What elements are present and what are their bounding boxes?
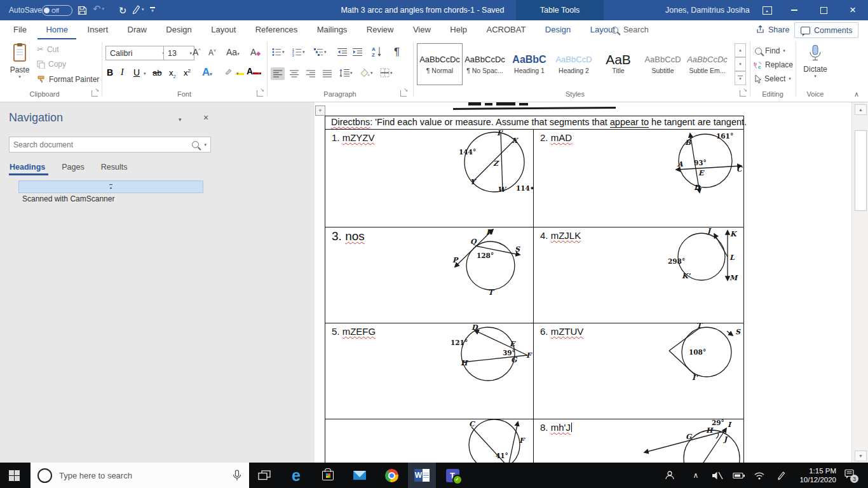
tab-insert[interactable]: Insert <box>79 20 117 39</box>
tab-mailings[interactable]: Mailings <box>309 20 356 39</box>
problem-3-cell[interactable]: 3. nos R Q 128° P S T <box>325 227 534 323</box>
tab-design[interactable]: Design <box>158 20 200 39</box>
bullets-button[interactable]: ▾ <box>272 48 285 57</box>
problem-8-cell[interactable]: 8. mh'J 29° H I J G <box>534 419 743 463</box>
style-subtle-emphasis[interactable]: AaBbCcDc Subtle Em... <box>685 44 729 85</box>
tab-table-design[interactable]: Design <box>537 20 579 39</box>
tab-file[interactable]: File <box>5 20 35 39</box>
network-button[interactable] <box>749 463 770 488</box>
nav-heading-item[interactable]: Scanned with CamScanner <box>22 194 114 203</box>
redo-button[interactable]: ↻ <box>116 4 129 17</box>
problem-4-cell[interactable]: 4. mZJLK J K L M K' 298° <box>534 227 743 323</box>
nav-search-dropdown-icon[interactable]: ▾ <box>204 142 207 147</box>
borders-button[interactable]: ▾ <box>380 68 393 78</box>
shrink-font-button[interactable]: A˅ <box>208 48 216 57</box>
grow-font-button[interactable]: A^ <box>193 47 201 57</box>
italic-button[interactable]: I <box>121 67 124 78</box>
highlight-button[interactable] <box>224 66 244 78</box>
taskbar-search-input[interactable] <box>58 470 233 481</box>
restore-button[interactable] <box>809 0 838 20</box>
share-button[interactable]: Share <box>751 22 794 37</box>
change-case-button[interactable]: Aa▾ <box>226 47 240 57</box>
problem-1-cell[interactable]: 1. mZYZV I' X 144° Z Y W 114• <box>325 130 534 227</box>
nav-options-dropdown-icon[interactable]: ▾ <box>179 116 182 123</box>
nav-tab-headings[interactable]: Headings <box>10 163 45 172</box>
copy-button[interactable]: Copy <box>37 60 66 69</box>
clipboard-dialog-launcher[interactable] <box>92 90 98 97</box>
scroll-up-button[interactable]: ▲ <box>855 104 867 115</box>
style-normal[interactable]: AaBbCcDc ¶ Normal <box>417 43 463 85</box>
tab-acrobat[interactable]: ACROBAT <box>478 20 534 39</box>
align-center-button[interactable] <box>287 67 301 80</box>
comments-button[interactable]: Comments <box>794 22 858 38</box>
text-effects-button[interactable]: A▾ <box>202 66 212 79</box>
people-button[interactable] <box>658 463 681 488</box>
multilevel-list-button[interactable]: ▾ <box>314 48 327 57</box>
problem-7-cell[interactable]: C F 41° <box>325 419 534 463</box>
cut-button[interactable]: ✂ Cut <box>37 44 59 54</box>
tab-references[interactable]: References <box>247 20 306 39</box>
paste-button[interactable]: Paste ▾ <box>5 43 34 79</box>
battery-button[interactable] <box>728 463 750 488</box>
scroll-down-button[interactable]: ▼ <box>855 451 867 461</box>
tray-expand-button[interactable]: ∧ <box>685 463 707 488</box>
nav-search-box[interactable]: ▾ <box>9 137 211 152</box>
windows-ink-button[interactable] <box>770 463 792 488</box>
undo-button[interactable]: ↶▾ <box>93 4 104 13</box>
align-left-button[interactable] <box>271 67 285 80</box>
nav-tab-results[interactable]: Results <box>101 163 128 172</box>
nav-close-icon[interactable]: × <box>203 112 208 123</box>
save-button[interactable] <box>75 4 89 17</box>
edge-button[interactable]: e <box>282 463 310 488</box>
minimize-button[interactable] <box>780 0 809 20</box>
justify-button[interactable] <box>320 67 334 80</box>
underline-dropdown-icon[interactable]: ▾ <box>144 71 146 76</box>
problem-2-cell[interactable]: 2. mAD 161° B A 93° E C D <box>534 130 743 227</box>
taskbar-clock[interactable]: 1:15 PM 10/12/2020 <box>790 463 837 488</box>
styles-scroll-down-button[interactable]: ▾ <box>735 57 746 71</box>
table-move-handle[interactable]: + <box>315 105 325 116</box>
style-title[interactable]: AaB Title <box>596 44 641 85</box>
task-view-button[interactable] <box>250 463 278 488</box>
tab-layout[interactable]: Layout <box>203 20 244 39</box>
search-mic-icon[interactable] <box>233 470 241 482</box>
font-size-combo[interactable]: 13▾ <box>163 46 194 60</box>
problem-6-cell[interactable]: 6. mZTUV T S 108° I' <box>534 323 743 419</box>
strikethrough-button[interactable]: ab <box>153 68 161 78</box>
touch-mode-button[interactable]: ▾ <box>132 4 144 15</box>
tab-view[interactable]: View <box>405 20 439 39</box>
increase-indent-button[interactable] <box>353 48 363 59</box>
teams-button[interactable]: T✓ <box>438 463 466 488</box>
decrease-indent-button[interactable] <box>337 48 348 59</box>
taskbar-search-box[interactable] <box>31 463 249 488</box>
clear-formatting-button[interactable]: A◆ <box>250 47 261 57</box>
paragraph-dialog-launcher[interactable] <box>400 90 407 97</box>
styles-more-button[interactable]: ▾ <box>735 71 746 85</box>
numbering-button[interactable]: 123 ▾ <box>292 48 305 57</box>
styles-dialog-launcher[interactable] <box>740 90 746 97</box>
shading-button[interactable]: ▾ <box>360 68 373 78</box>
start-button[interactable] <box>0 463 28 488</box>
document-page[interactable]: + Directbns: 'Find each value or measure… <box>315 102 851 463</box>
style-subtitle[interactable]: AaBbCcD Subtitle <box>641 44 685 85</box>
scrollbar-thumb[interactable] <box>855 130 867 211</box>
tab-home[interactable]: Home <box>37 21 76 40</box>
tab-review[interactable]: Review <box>358 20 402 39</box>
vertical-scrollbar[interactable]: ▲ ▼ <box>851 102 868 463</box>
font-name-combo[interactable]: Calibri▾ <box>105 46 167 60</box>
style-no-spacing[interactable]: AaBbCcDc ¶ No Spac... <box>463 44 507 85</box>
show-marks-button[interactable]: ¶ <box>394 46 400 58</box>
tab-help[interactable]: Help <box>442 20 475 39</box>
nav-search-input[interactable] <box>10 140 192 150</box>
font-color-dropdown-icon[interactable]: ▾ <box>258 71 261 76</box>
collapse-ribbon-button[interactable]: ∧ <box>854 90 859 98</box>
highlight-dropdown-icon[interactable]: ▾ <box>236 71 239 76</box>
style-heading-2[interactable]: AaBbCcD Heading 2 <box>552 44 596 85</box>
underline-button[interactable]: U <box>133 67 140 78</box>
replace-button[interactable]: bc Replace <box>754 60 793 69</box>
format-painter-button[interactable]: Format Painter <box>37 75 99 84</box>
chrome-button[interactable] <box>377 463 405 488</box>
align-right-button[interactable] <box>304 67 318 80</box>
nav-heading-item-selected[interactable]: ▲ <box>18 180 203 193</box>
directions-row[interactable]: Directbns: 'Find each value or measure. … <box>325 116 743 129</box>
